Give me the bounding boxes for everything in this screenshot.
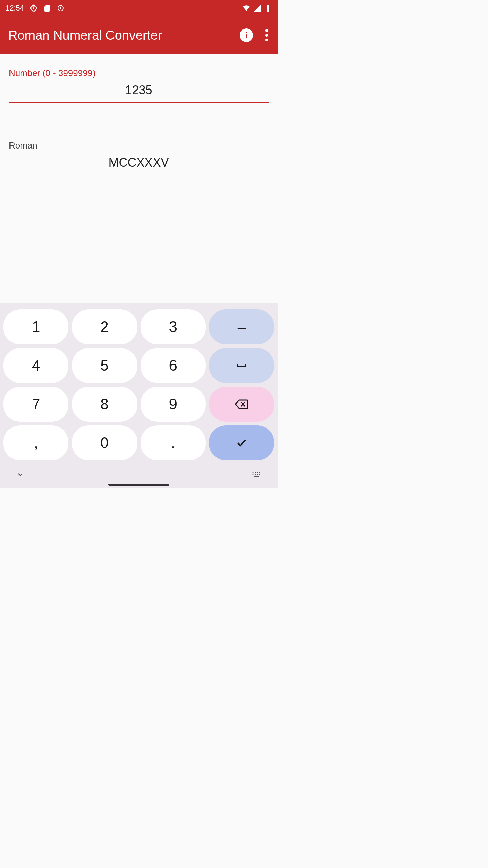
svg-point-5 (255, 472, 256, 473)
svg-point-10 (257, 474, 258, 475)
number-field-group: Number (0 - 3999999) (9, 68, 269, 103)
signal-icon (253, 4, 261, 12)
number-input[interactable] (9, 80, 269, 103)
svg-point-9 (255, 474, 256, 475)
key-minus[interactable]: – (209, 309, 274, 344)
keyboard: 1 2 3 – 4 5 6 7 8 9 , 0 . (0, 303, 278, 488)
key-backspace[interactable] (209, 387, 274, 422)
roman-output[interactable]: MCCXXXV (9, 153, 269, 175)
check-icon (233, 435, 250, 451)
content-area: Number (0 - 3999999) Roman MCCXXXV (0, 54, 278, 209)
more-icon[interactable] (264, 28, 269, 43)
sd-card-icon (43, 4, 51, 12)
svg-point-4 (253, 472, 254, 473)
key-6[interactable]: 6 (141, 348, 206, 383)
app-bar-actions: i (240, 28, 269, 43)
key-9[interactable]: 9 (141, 387, 206, 422)
bug-icon (29, 4, 38, 12)
key-comma[interactable]: , (3, 425, 68, 460)
status-left: 12:54 (5, 4, 65, 13)
nav-handle[interactable] (108, 484, 169, 486)
roman-label: Roman (9, 140, 269, 151)
svg-rect-12 (254, 476, 259, 477)
svg-point-8 (253, 474, 254, 475)
svg-point-11 (259, 474, 260, 475)
key-period[interactable]: . (141, 425, 206, 460)
info-icon[interactable]: i (240, 28, 253, 42)
key-5[interactable]: 5 (72, 348, 137, 383)
roman-field-group: Roman MCCXXXV (9, 140, 269, 175)
status-right (242, 4, 272, 12)
key-enter[interactable] (209, 425, 274, 460)
app-title: Roman Numeral Converter (8, 28, 240, 43)
battery-icon (264, 4, 272, 12)
app-bar: Roman Numeral Converter i (0, 16, 278, 54)
key-2[interactable]: 2 (72, 309, 137, 344)
key-4[interactable]: 4 (3, 348, 68, 383)
key-7[interactable]: 7 (3, 387, 68, 422)
hide-keyboard-icon[interactable] (16, 471, 24, 479)
svg-point-7 (259, 472, 260, 473)
key-1[interactable]: 1 (3, 309, 68, 344)
number-label: Number (0 - 3999999) (9, 68, 269, 78)
svg-rect-3 (267, 5, 269, 6)
backspace-icon (233, 396, 250, 412)
key-3[interactable]: 3 (141, 309, 206, 344)
wifi-icon (242, 4, 250, 12)
keyboard-bottom-bar (3, 460, 275, 486)
keyboard-switch-icon[interactable] (252, 471, 261, 478)
status-time: 12:54 (5, 4, 24, 13)
key-0[interactable]: 0 (72, 425, 137, 460)
status-bar: 12:54 (0, 0, 278, 16)
key-space[interactable] (209, 348, 274, 383)
svg-rect-2 (267, 5, 269, 12)
key-grid: 1 2 3 – 4 5 6 7 8 9 , 0 . (3, 309, 275, 460)
svg-point-6 (257, 472, 258, 473)
key-8[interactable]: 8 (72, 387, 137, 422)
space-icon (233, 357, 250, 374)
bug-icon-2 (57, 4, 65, 12)
